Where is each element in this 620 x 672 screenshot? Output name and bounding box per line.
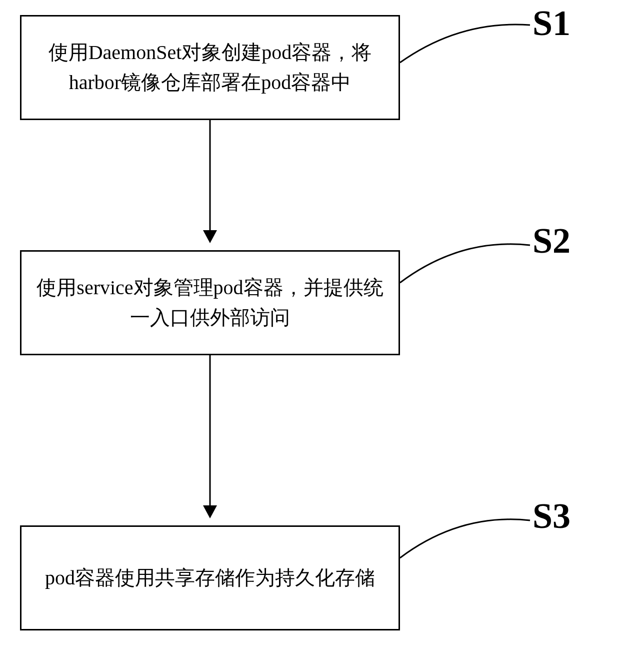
flow-step-1-text: 使用DaemonSet对象创建pod容器，将harbor镜像仓库部署在pod容器… [32,38,388,98]
step-label-1: S1 [532,3,570,44]
callout-line-1 [400,15,530,75]
flow-step-1: 使用DaemonSet对象创建pod容器，将harbor镜像仓库部署在pod容器… [20,15,400,120]
flow-step-3: pod容器使用共享存储作为持久化存储 [20,525,400,630]
callout-line-2 [400,233,530,293]
callout-line-3 [400,508,530,568]
arrow-1-head [203,230,217,243]
arrow-2-head [203,505,217,518]
flow-step-3-text: pod容器使用共享存储作为持久化存储 [45,563,375,593]
arrow-2-line [210,355,211,505]
step-label-3: S3 [532,495,570,537]
flow-step-2-text: 使用service对象管理pod容器，并提供统一入口供外部访问 [32,273,388,333]
step-label-2: S2 [532,220,570,262]
arrow-1-line [210,120,211,230]
flow-step-2: 使用service对象管理pod容器，并提供统一入口供外部访问 [20,250,400,355]
